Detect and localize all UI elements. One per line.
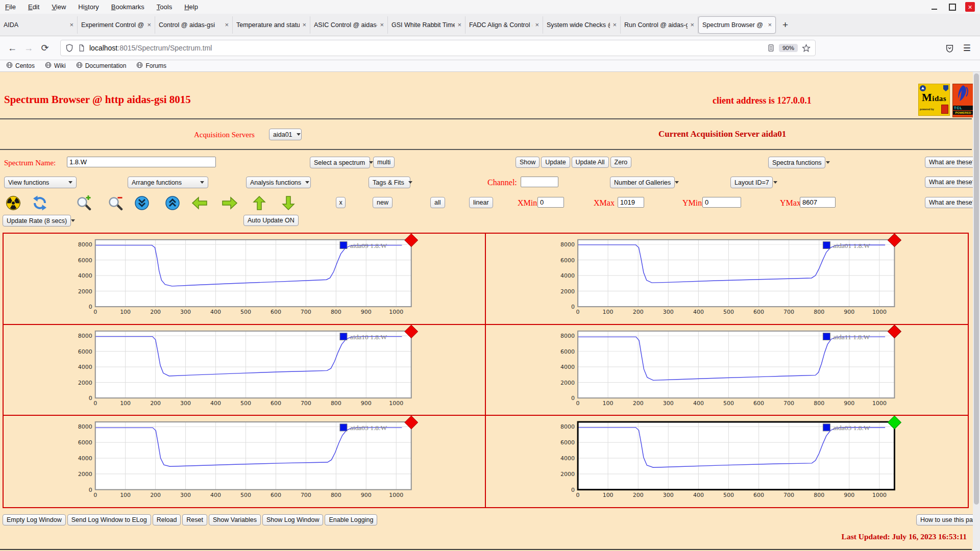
update-rate-dropdown[interactable]: Update Rate (8 secs) [3,215,71,227]
menu-file[interactable]: File [5,3,16,11]
spectrum-chart-cell[interactable]: 0100200300400500600700800900100002000400… [4,325,486,416]
channel-input[interactable] [521,177,558,187]
spectrum-chart[interactable]: 0100200300400500600700800900100002000400… [4,416,485,507]
spectrum-chart[interactable]: 0100200300400500600700800900100002000400… [4,234,485,324]
select-spectrum-dropdown[interactable]: Select a spectrum [310,157,370,168]
reset-button[interactable]: Reset [182,514,207,525]
how-to-use-button[interactable]: How to use this page [916,514,980,525]
spectra-functions-dropdown[interactable]: Spectra functions [768,157,825,168]
arrow-left-icon[interactable] [191,195,208,211]
auto-update-button[interactable]: Auto Update ON [243,215,299,226]
tracking-shield-icon[interactable] [65,44,74,52]
spectrum-chart-cell[interactable]: 0100200300400500600700800900100002000400… [486,325,968,416]
expand-up-icon[interactable] [164,195,181,211]
tab-close-icon[interactable]: × [768,21,772,29]
zoom-level-badge[interactable]: 90% [779,44,798,52]
tab-close-icon[interactable]: × [302,21,306,29]
ymax-input[interactable] [800,197,836,208]
view-functions-dropdown[interactable]: View functions [4,177,77,188]
show-variables-button[interactable]: Show Variables [209,514,261,525]
menu-tools[interactable]: Tools [157,3,172,11]
layout-id-dropdown[interactable]: Layout ID=7 [730,177,773,188]
what-are-these-button[interactable]: What are these? [925,157,980,168]
zoom-out-icon[interactable] [107,195,124,211]
browser-tab[interactable]: Control @ aidas-gsi× [155,16,233,34]
xmax-input[interactable] [618,197,644,208]
browser-tab[interactable]: FADC Align & Control @× [465,16,543,34]
browser-tab[interactable]: Temperature and status× [233,16,310,34]
menu-bookmarks[interactable]: Bookmarks [111,3,144,11]
update-all-button[interactable]: Update All [572,157,609,168]
xmin-input[interactable] [537,197,564,208]
menu-view[interactable]: View [52,3,66,11]
reload-button[interactable]: Reload [153,514,181,525]
reader-mode-icon[interactable] [767,44,775,52]
tab-close-icon[interactable]: × [380,21,384,29]
arrow-right-icon[interactable] [222,195,238,211]
arrange-functions-dropdown[interactable]: Arrange functions [128,177,208,188]
update-button[interactable]: Update [541,157,570,168]
tab-close-icon[interactable]: × [535,21,539,29]
arrow-up-icon[interactable] [251,195,267,211]
spectrum-name-input[interactable] [67,157,216,167]
bookmark-centos[interactable]: Centos [6,62,35,70]
spectrum-chart-cell[interactable]: 0100200300400500600700800900100002000400… [4,416,486,507]
bookmark-documentation[interactable]: Documentation [76,62,127,70]
maximize-button[interactable] [947,2,957,12]
new-button[interactable]: new [373,197,393,208]
page-info-icon[interactable] [78,44,85,52]
ymin-input[interactable] [702,197,741,208]
url-text[interactable]: localhost:8015/Spectrum/Spectrum.tml [89,44,763,52]
menu-edit[interactable]: Edit [28,3,39,11]
browser-tab[interactable]: Experiment Control @ a× [78,16,155,34]
tab-close-icon[interactable]: × [147,21,151,29]
bookmark-star-icon[interactable] [802,44,811,53]
refresh-icon[interactable] [32,195,48,211]
app-menu-icon[interactable]: ☰ [963,43,971,54]
browser-tab[interactable]: System wide Checks @× [543,16,621,34]
show-button[interactable]: Show [516,157,540,168]
arrow-down-icon[interactable] [280,195,297,211]
browser-tab-active[interactable]: Spectrum Browser @ a× [698,16,776,34]
number-of-galleries-dropdown[interactable]: Number of Galleries [610,177,675,188]
what-are-these-button[interactable]: What are these? [925,177,980,188]
spectrum-chart-cell[interactable]: 0100200300400500600700800900100002000400… [4,234,486,325]
spectrum-chart-cell[interactable]: 0100200300400500600700800900100002000400… [486,416,968,507]
new-tab-button[interactable]: + [776,19,795,31]
zero-button[interactable]: Zero [610,157,632,168]
linear-button[interactable]: linear [469,197,493,208]
browser-tab[interactable]: Run Control @ aidas-gsi× [621,16,698,34]
page-scrollbar[interactable] [973,72,980,551]
tab-close-icon[interactable]: × [457,21,461,29]
forward-button[interactable]: → [20,43,37,54]
spectrum-chart[interactable]: 0100200300400500600700800900100002000400… [486,416,968,507]
spectrum-chart-cell[interactable]: 0100200300400500600700800900100002000400… [486,234,968,325]
show-log-window-button[interactable]: Show Log Window [262,514,324,525]
spectrum-chart[interactable]: 0100200300400500600700800900100002000400… [486,234,968,324]
minimize-button[interactable] [929,2,939,12]
extension-shield-icon[interactable] [945,44,954,53]
radiation-icon[interactable] [5,195,21,211]
tags-fits-dropdown[interactable]: Tags & Fits [369,177,410,188]
url-bar[interactable]: localhost:8015/Spectrum/Spectrum.tml 90% [60,40,816,56]
enable-logging-button[interactable]: Enable Logging [325,514,377,525]
close-button[interactable]: × [965,2,975,12]
acquisition-server-select[interactable]: aida01 [269,129,302,140]
back-button[interactable]: ← [4,43,20,54]
tab-close-icon[interactable]: × [612,21,617,29]
send-log-window-to-elog-button[interactable]: Send Log Window to ELog [67,514,151,525]
tab-close-icon[interactable]: × [69,21,74,29]
reload-button[interactable]: ⟳ [37,42,53,54]
what-are-these-button[interactable]: What are these? [925,197,980,208]
menu-history[interactable]: History [78,3,99,11]
bookmark-forums[interactable]: Forums [136,62,166,70]
all-button[interactable]: all [430,197,445,208]
zoom-in-icon[interactable] [76,195,92,211]
browser-tab[interactable]: GSI White Rabbit Times× [388,16,465,34]
multi-button[interactable]: multi [373,157,395,168]
analysis-functions-dropdown[interactable]: Analysis functions [246,177,311,188]
tab-close-icon[interactable]: × [225,21,229,29]
scrollbar-thumb[interactable] [974,73,979,505]
tab-close-icon[interactable]: × [690,21,694,29]
browser-tab[interactable]: AIDA× [0,16,78,34]
